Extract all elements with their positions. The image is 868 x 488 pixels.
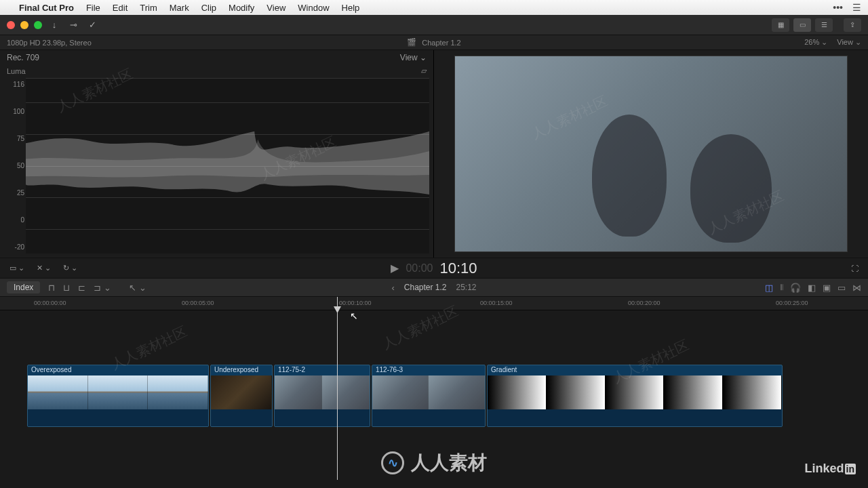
clip-thumbnail — [723, 375, 782, 409]
append-clip-icon[interactable]: ⊏ — [78, 283, 85, 293]
menu-edit[interactable]: Edit — [113, 3, 127, 13]
transitions-icon[interactable]: ⋈ — [852, 283, 861, 293]
upper-pane: Rec. 709 View ⌄ Luma ▱ 116 100 75 50 25 … — [0, 50, 868, 258]
window-toolbar: ↓ ⊸ ✓ ▦ ▭ ☰ ⇪ — [0, 15, 868, 35]
timeline-project-name[interactable]: Chapter 1.2 — [404, 283, 447, 292]
timecode-dim: 00:00 — [406, 262, 433, 274]
menu-window[interactable]: Window — [298, 3, 329, 13]
clip-audio — [488, 409, 782, 426]
play-icon[interactable]: ▶ — [391, 262, 399, 274]
browser-layout-icon[interactable]: ▦ — [772, 18, 789, 32]
format-label: 1080p HD 23.98p, Stereo — [7, 39, 92, 47]
effects-icon[interactable]: ▭ — [837, 283, 846, 293]
snapping-icon[interactable]: ◧ — [808, 283, 816, 293]
timeline-layout-icon[interactable]: ▭ — [793, 18, 811, 32]
index-button[interactable]: Index — [7, 281, 40, 293]
inspector-icon[interactable]: ☰ — [815, 18, 833, 32]
clip[interactable]: 112-75-2 — [274, 365, 370, 427]
clip-filter-icon[interactable]: ✕ ⌄ — [34, 262, 54, 274]
minimize-window-icon[interactable] — [20, 21, 28, 29]
ruler-mark: 00:00:00:00 — [34, 300, 66, 306]
clapper-icon[interactable]: 🎬 — [407, 38, 416, 47]
scope-settings-icon[interactable]: ▱ — [421, 66, 427, 75]
luma-waveform[interactable]: 116 100 75 50 25 0 -20 — [26, 78, 429, 253]
menu-mark[interactable]: Mark — [170, 3, 189, 13]
menuextra-dots-icon[interactable]: ••• — [833, 2, 843, 13]
keyword-icon[interactable]: ⊸ — [66, 18, 80, 32]
timeline-header: Index ⊓ ⊔ ⊏ ⊐ ⌄ ↖ ⌄ ‹ Chapter 1.2 25:12 … — [0, 278, 868, 297]
project-name[interactable]: Chapter 1.2 — [422, 39, 460, 47]
close-window-icon[interactable] — [7, 21, 15, 29]
clip-label: Overexposed — [30, 365, 73, 374]
fullscreen-icon[interactable]: ⛶ — [848, 263, 861, 274]
skimming-icon[interactable]: ◫ — [765, 283, 773, 293]
clip-appearance-icon[interactable]: ▭ ⌄ — [7, 262, 27, 274]
scopes-colorspace: Rec. 709 — [7, 53, 39, 62]
timeline-ruler[interactable]: 00:00:00:00 00:00:05:00 00:00:10:00 00:0… — [0, 297, 868, 310]
mac-menubar: Final Cut Pro File Edit Trim Mark Clip M… — [0, 0, 868, 15]
transport-bar: ▭ ⌄ ✕ ⌄ ↻ ⌄ ▶ 00:00 10:10 ⛶ — [0, 258, 868, 278]
clip-audio — [275, 409, 370, 426]
menu-file[interactable]: File — [86, 3, 100, 13]
clip[interactable]: Overexposed — [27, 365, 209, 427]
menu-view[interactable]: View — [267, 3, 285, 13]
menu-clip[interactable]: Clip — [201, 3, 216, 13]
connect-clip-icon[interactable]: ⊓ — [48, 283, 55, 293]
linkedin-watermark: Linkedin — [805, 462, 856, 476]
clip[interactable]: Underexposed — [210, 365, 273, 427]
menu-help[interactable]: Help — [342, 3, 360, 13]
ruler-mark: 00:00:10:00 — [339, 300, 372, 306]
clip-thumbnail — [372, 375, 429, 409]
solo-icon[interactable]: 🎧 — [790, 283, 801, 293]
timeline-display-icon[interactable]: ▣ — [823, 283, 831, 293]
audio-skimming-icon[interactable]: ⦀ — [780, 282, 783, 293]
menuextra-list-icon[interactable]: ☰ — [852, 2, 861, 13]
clip-label: 112-76-3 — [374, 365, 404, 374]
app-name[interactable]: Final Cut Pro — [19, 3, 74, 13]
clip-audio — [28, 409, 208, 426]
insert-clip-icon[interactable]: ⊔ — [63, 283, 70, 293]
clip-thumbnail — [488, 375, 547, 409]
clip-thumbnail — [322, 375, 370, 409]
ruler-mark: 00:00:20:00 — [628, 300, 660, 306]
clip-label: Underexposed — [213, 365, 260, 374]
scope-type-label: Luma — [7, 67, 26, 75]
waveform-yaxis: 116 100 75 50 25 0 -20 — [5, 78, 24, 253]
view-menu-viewer[interactable]: View ⌄ — [837, 38, 861, 47]
zoom-level[interactable]: 26% ⌄ — [804, 38, 827, 47]
primary-storyline[interactable]: OverexposedUnderexposed112-75-2112-76-3G… — [27, 365, 841, 427]
menu-trim[interactable]: Trim — [140, 3, 157, 13]
clip-thumbnail — [275, 375, 322, 409]
import-icon[interactable]: ↓ — [47, 18, 61, 32]
clip-thumbnail — [148, 375, 208, 409]
clip[interactable]: Gradient — [487, 365, 783, 427]
clip-thumbnail — [429, 375, 485, 409]
zoom-window-icon[interactable] — [34, 21, 42, 29]
select-tool-icon[interactable]: ↖ ⌄ — [129, 283, 146, 293]
background-tasks-icon[interactable]: ✓ — [85, 18, 99, 32]
timeline-back-icon[interactable]: ‹ — [391, 283, 394, 293]
ruler-mark: 00:00:05:00 — [182, 300, 214, 306]
ruler-mark: 00:00:15:00 — [480, 300, 513, 306]
clip[interactable]: 112-76-3 — [372, 365, 486, 427]
timeline-duration: 25:12 — [456, 283, 477, 292]
menu-modify[interactable]: Modify — [229, 3, 254, 13]
clip-label: Gradient — [490, 365, 518, 374]
clip-audio — [372, 409, 485, 426]
infobar: 1080p HD 23.98p, Stereo 🎬 Chapter 1.2 26… — [0, 35, 868, 50]
clip-audio — [211, 409, 272, 426]
clip-thumbnail — [28, 375, 88, 409]
viewer-canvas[interactable] — [454, 56, 848, 252]
ruler-mark: 00:00:25:00 — [776, 300, 808, 306]
clip-thumbnail — [606, 375, 665, 409]
scopes-view-menu[interactable]: View ⌄ — [400, 53, 427, 62]
share-icon[interactable]: ⇪ — [844, 18, 861, 32]
playhead[interactable] — [337, 297, 338, 480]
overwrite-clip-icon[interactable]: ⊐ ⌄ — [94, 283, 111, 293]
clip-label: 112-75-2 — [277, 365, 307, 374]
clip-thumbnail — [547, 375, 606, 409]
clip-duration-icon[interactable]: ↻ ⌄ — [60, 262, 80, 274]
timeline[interactable]: 00:00:00:00 00:00:05:00 00:00:10:00 00:0… — [0, 297, 868, 480]
timecode: 10:10 — [439, 260, 477, 277]
video-scopes: Rec. 709 View ⌄ Luma ▱ 116 100 75 50 25 … — [0, 50, 434, 258]
